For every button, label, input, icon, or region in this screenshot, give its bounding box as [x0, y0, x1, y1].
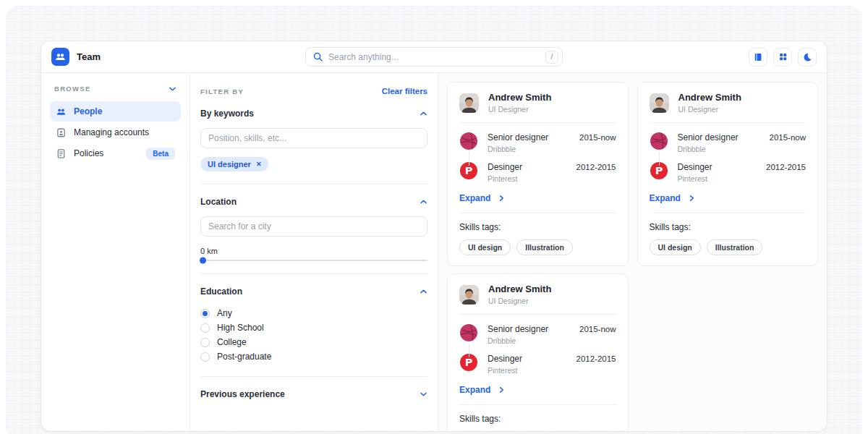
filter-by-label: FILTER BY — [200, 88, 244, 95]
position-company: Pinterest — [678, 174, 757, 183]
clear-filters-link[interactable]: Clear filters — [382, 87, 427, 95]
moon-icon — [802, 52, 812, 62]
person-role: UI Designer — [678, 105, 741, 114]
distance-slider[interactable] — [200, 260, 427, 261]
person-card: Andrew Smith UI Designer — [637, 82, 819, 266]
app-title: Team — [77, 51, 101, 62]
svg-text:P: P — [465, 357, 473, 368]
grid-icon — [778, 52, 788, 61]
id-badge-icon — [56, 127, 67, 138]
avatar — [650, 93, 669, 113]
position-title: Desinger — [488, 162, 567, 172]
divider — [200, 184, 427, 184]
book-button[interactable] — [749, 48, 767, 67]
position-period: 2015-now — [579, 132, 616, 142]
skill-tags: UI design Illustration — [650, 239, 807, 255]
divider — [650, 213, 807, 213]
radio-icon[interactable] — [200, 323, 210, 333]
education-options: Any High School College Post-graduate — [200, 306, 427, 364]
remove-tag-icon[interactable]: ✕ — [256, 161, 262, 168]
position-company: Pinterest — [488, 366, 567, 375]
radio-icon[interactable] — [200, 338, 210, 347]
people-icon — [56, 106, 67, 117]
position-title: Senior designer — [488, 324, 570, 334]
radio-option-post-graduate[interactable]: Post-graduate — [200, 349, 427, 364]
slider-thumb[interactable] — [200, 258, 206, 264]
sidebar-section-header[interactable]: BROWSE — [50, 85, 181, 93]
search-shortcut-key: / — [545, 51, 558, 64]
skill-tag[interactable]: Illustration — [707, 239, 763, 255]
browse-label: BROWSE — [54, 85, 91, 93]
location-section-header[interactable]: Location — [200, 197, 427, 207]
dribbble-icon — [459, 323, 478, 342]
position-company: Dribbble — [488, 336, 570, 345]
radio-icon[interactable] — [200, 352, 210, 362]
dark-mode-button[interactable] — [798, 48, 817, 67]
radio-option-any[interactable]: Any — [200, 306, 427, 320]
search-icon — [313, 52, 323, 61]
person-name: Andrew Smith — [678, 92, 741, 103]
divider — [459, 213, 616, 213]
keywords-input[interactable] — [200, 128, 427, 148]
person-card: Andrew Smith UI Designer — [447, 273, 629, 431]
sidebar-item-label: Policies — [74, 148, 103, 158]
chevron-right-icon — [689, 195, 695, 202]
radio-option-high-school[interactable]: High School — [200, 320, 427, 335]
dribbble-icon — [459, 132, 478, 150]
person-role: UI Designer — [488, 105, 551, 114]
grid-view-button[interactable] — [773, 48, 792, 67]
chevron-up-icon — [420, 111, 427, 116]
position-entry: Senior designer Dribbble 2015-now — [459, 323, 616, 345]
sidebar: BROWSE People Managing — [41, 73, 190, 431]
education-section-header[interactable]: Education — [200, 286, 427, 297]
radio-icon[interactable] — [200, 309, 210, 318]
position-entry: Senior designer Dribbble 2015-now — [459, 132, 616, 153]
sidebar-item-people[interactable]: People — [50, 101, 181, 122]
chevron-right-icon — [498, 195, 505, 202]
keyword-tag[interactable]: UI designer ✕ — [200, 157, 268, 171]
position-entry: P Desinger Pinterest 2012-2015 — [650, 161, 807, 183]
global-search[interactable]: / — [305, 47, 563, 67]
expand-button[interactable]: Expand — [650, 193, 695, 203]
person-name: Andrew Smith — [488, 284, 551, 294]
svg-text:P: P — [655, 165, 663, 176]
distance-value: 0 km — [200, 247, 427, 255]
position-entry: P Desinger Pinterest 2012-2015 — [459, 353, 616, 375]
city-search-input[interactable] — [200, 216, 427, 237]
sidebar-item-label: People — [74, 106, 102, 116]
skills-label: Skills tags: — [650, 222, 807, 232]
position-company: Pinterest — [488, 174, 567, 183]
person-role: UI Designer — [488, 297, 551, 305]
sidebar-item-policies[interactable]: Policies Beta — [50, 143, 181, 163]
app-window: Team / — [41, 41, 827, 432]
experience-section-header[interactable]: Previous experience — [200, 389, 427, 399]
timeline-connector — [469, 152, 469, 166]
radio-option-college[interactable]: College — [200, 335, 427, 349]
chevron-down-icon — [169, 86, 176, 92]
svg-text:P: P — [465, 165, 473, 176]
position-period: 2012-2015 — [576, 161, 616, 171]
divider — [650, 122, 807, 123]
sidebar-item-label: Managing accounts — [74, 127, 149, 137]
position-entry: P Desinger Pinterest 2012-2015 — [459, 161, 616, 183]
timeline-connector — [469, 344, 469, 357]
chevron-up-icon — [420, 289, 427, 294]
positions-timeline: Senior designer Dribbble 2015-now P — [459, 132, 616, 183]
document-icon — [56, 148, 67, 159]
divider — [200, 273, 427, 274]
expand-button[interactable]: Expand — [459, 385, 505, 395]
skill-tag[interactable]: UI design — [650, 239, 701, 255]
keywords-section-header[interactable]: By keywords — [200, 109, 427, 119]
search-input[interactable] — [328, 52, 540, 62]
chevron-up-icon — [420, 199, 427, 205]
expand-button[interactable]: Expand — [459, 193, 505, 203]
positions-timeline: Senior designer Dribbble 2015-now P — [459, 323, 616, 375]
skill-tag[interactable]: Illustration — [516, 239, 573, 255]
skill-tag[interactable]: UI design — [459, 239, 511, 255]
person-name: Andrew Smith — [488, 92, 551, 103]
sidebar-item-managing-accounts[interactable]: Managing accounts — [50, 122, 181, 142]
position-period: 2015-now — [769, 132, 806, 142]
person-card: Andrew Smith UI Designer — [447, 82, 629, 266]
skill-tags: UI design Illustration — [459, 239, 616, 255]
skills-label: Skills tags: — [459, 414, 616, 424]
